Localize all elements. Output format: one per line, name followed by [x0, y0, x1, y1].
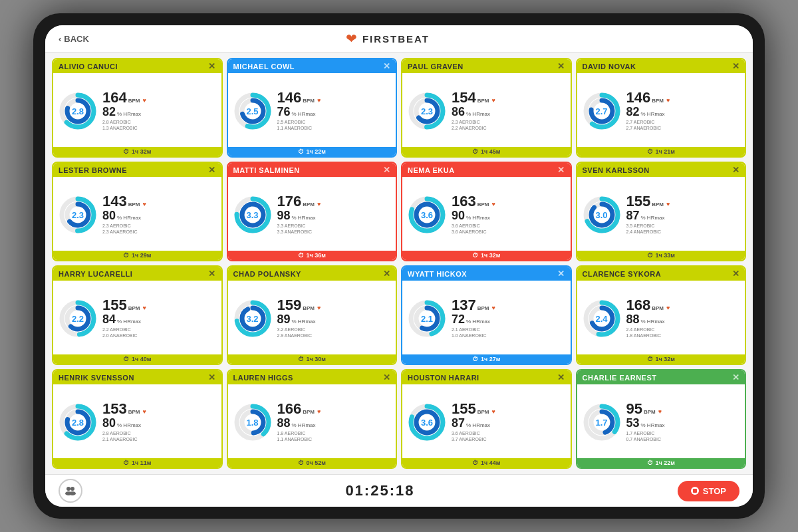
stats: 146 BPM ♥ 82 % HRmax 2.7 AEROBIC 2.7 ANA…: [626, 90, 741, 131]
hrmax-stat: 90 % HRmax: [452, 209, 567, 221]
heart-icon: ♥: [317, 305, 321, 311]
bpm-stat: 163 BPM ♥: [452, 194, 567, 209]
aerobic-info: 2.3 AEROBIC 2.3 ANAEROBIC: [102, 223, 217, 235]
card-body: 2.4 168 BPM ♥ 88 % HRmax 2.4 AEROBIC 1.8…: [577, 281, 745, 354]
clock-icon: ⏱: [298, 356, 304, 362]
heart-icon: ♥: [143, 201, 146, 207]
aerobic-value: 3.3 AEROBIC: [277, 223, 392, 229]
heart-icon: ♥: [492, 97, 495, 104]
stats: 95 BPM ♥ 53 % HRmax 1.7 AEROBIC 0.7 ANAE…: [626, 402, 741, 442]
logo-icon: ❤: [346, 31, 357, 47]
card-header: HOUSTON HARARI ✕: [402, 370, 571, 384]
hrmax-value: 84: [102, 313, 116, 325]
aerobic-value: 2.4 AEROBIC: [626, 327, 741, 332]
back-label: BACK: [64, 34, 89, 44]
close-icon[interactable]: ✕: [383, 372, 391, 382]
clock-icon: ⏱: [647, 356, 653, 362]
gauge-value: 3.6: [421, 417, 433, 427]
aerobic-info: 2.7 AEROBIC 2.7 ANAEROBIC: [626, 119, 741, 131]
hrmax-value: 76: [277, 106, 291, 118]
gauge-value: 2.4: [595, 313, 607, 323]
card-body: 3.2 159 BPM ♥ 89 % HRmax 3.2 AEROBIC 2.9…: [228, 281, 396, 354]
hrmax-value: 87: [626, 209, 640, 221]
close-icon[interactable]: ✕: [557, 165, 565, 175]
hrmax-stat: 84 % HRmax: [102, 313, 217, 325]
aerobic-value: 2.5 AEROBIC: [277, 119, 392, 125]
stats: 168 BPM ♥ 88 % HRmax 2.4 AEROBIC 1.8 ANA…: [626, 298, 741, 338]
close-icon[interactable]: ✕: [208, 165, 216, 175]
close-icon[interactable]: ✕: [208, 61, 216, 71]
close-icon[interactable]: ✕: [557, 61, 565, 71]
aerobic-value: 2.1 AEROBIC: [452, 327, 567, 332]
gauge: 2.8: [57, 402, 98, 443]
logo: ❤ FIRSTBEAT: [346, 31, 430, 47]
gauge-value: 3.0: [595, 209, 607, 219]
gauge-value: 2.2: [72, 313, 84, 323]
athlete-card: LESTER BROWNE ✕ 2.3 143 BPM ♥: [52, 162, 223, 261]
clock-icon: ⏱: [647, 148, 653, 155]
athlete-name: HENRIK SVENSSON: [59, 374, 134, 382]
close-icon[interactable]: ✕: [383, 61, 391, 71]
hrmax-value: 86: [452, 106, 465, 118]
aerobic-info: 3.6 AEROBIC 3.6 ANAEROBIC: [452, 223, 567, 235]
close-icon[interactable]: ✕: [732, 165, 740, 175]
close-icon[interactable]: ✕: [732, 269, 740, 279]
bpm-stat: 159 BPM ♥: [277, 298, 392, 313]
close-icon[interactable]: ✕: [557, 372, 565, 382]
card-body: 1.8 166 BPM ♥ 88 % HRmax 1.8 AEROBIC 1.1…: [228, 384, 396, 458]
card-footer: ⏱ 1ч 22м: [577, 458, 745, 467]
hrmax-unit: % HRmax: [292, 111, 316, 117]
bpm-stat: 95 BPM ♥: [626, 402, 741, 416]
stop-button[interactable]: STOP: [678, 481, 739, 501]
aerobic-info: 2.1 AEROBIC 1.0 ANAEROBIC: [452, 327, 567, 338]
group-button[interactable]: [59, 479, 82, 503]
bpm-unit: BPM: [128, 98, 140, 104]
gauge: 2.3: [406, 90, 448, 132]
close-icon[interactable]: ✕: [383, 269, 391, 279]
bpm-value: 166: [277, 402, 302, 416]
card-header: ALIVIO CANUCI ✕: [53, 59, 221, 73]
gauge-value: 3.6: [421, 209, 433, 219]
bpm-value: 164: [102, 90, 127, 105]
bottom-bar: 01:25:18 STOP: [45, 474, 753, 507]
session-time: 1ч 44м: [481, 460, 500, 466]
hrmax-stat: 98 % HRmax: [277, 209, 392, 221]
close-icon[interactable]: ✕: [208, 372, 216, 382]
gauge-value: 2.5: [246, 106, 258, 116]
hrmax-unit: % HRmax: [117, 319, 141, 325]
bpm-value: 159: [277, 298, 302, 313]
session-time: 0ч 52м: [307, 460, 326, 466]
gauge: 2.2: [57, 298, 98, 339]
close-icon[interactable]: ✕: [557, 269, 565, 279]
aerobic-value: 2.8 AEROBIC: [102, 430, 217, 436]
card-footer: ⏱ 1ч 45м: [402, 147, 571, 156]
close-icon[interactable]: ✕: [208, 269, 216, 279]
athlete-name: HOUSTON HARARI: [408, 374, 479, 382]
hrmax-unit: % HRmax: [292, 215, 316, 221]
close-icon[interactable]: ✕: [383, 165, 391, 175]
back-button[interactable]: ‹ BACK: [59, 34, 89, 44]
card-header: DAVID NOVAK ✕: [577, 59, 745, 73]
hrmax-unit: % HRmax: [292, 422, 316, 428]
athlete-card: ALIVIO CANUCI ✕ 2.8 164 BPM ♥: [52, 58, 223, 158]
close-icon[interactable]: ✕: [732, 61, 740, 71]
card-footer: ⏱ 1ч 33м: [577, 251, 745, 260]
anaerobic-value: 0.7 ANAEROBIC: [626, 436, 741, 442]
bpm-stat: 155 BPM ♥: [102, 298, 217, 313]
athlete-card: PAUL GRAVEN ✕ 2.3 154 BPM ♥: [401, 58, 572, 158]
bpm-stat: 164 BPM ♥: [102, 90, 217, 105]
aerobic-info: 2.8 AEROBIC 2.1 ANAEROBIC: [102, 430, 217, 442]
card-body: 2.2 155 BPM ♥ 84 % HRmax 2.2 AEROBIC 2.0…: [53, 281, 221, 354]
anaerobic-value: 1.8 ANAEROBIC: [626, 332, 741, 338]
aerobic-value: 3.2 AEROBIC: [277, 327, 392, 332]
aerobic-info: 2.8 AEROBIC 1.3 ANAEROBIC: [102, 119, 217, 131]
stats: 176 BPM ♥ 98 % HRmax 3.3 AEROBIC 3.3 ANA…: [277, 194, 392, 235]
anaerobic-value: 2.9 ANAEROBIC: [277, 332, 392, 338]
gauge-value: 2.7: [595, 106, 607, 116]
card-footer: ⏱ 1ч 21м: [577, 147, 745, 156]
aerobic-info: 2.4 AEROBIC 1.8 ANAEROBIC: [626, 327, 741, 338]
hrmax-stat: 89 % HRmax: [277, 313, 392, 325]
close-icon[interactable]: ✕: [732, 372, 740, 382]
session-time: 1ч 27м: [481, 356, 500, 362]
athlete-name: LESTER BROWNE: [59, 166, 127, 174]
